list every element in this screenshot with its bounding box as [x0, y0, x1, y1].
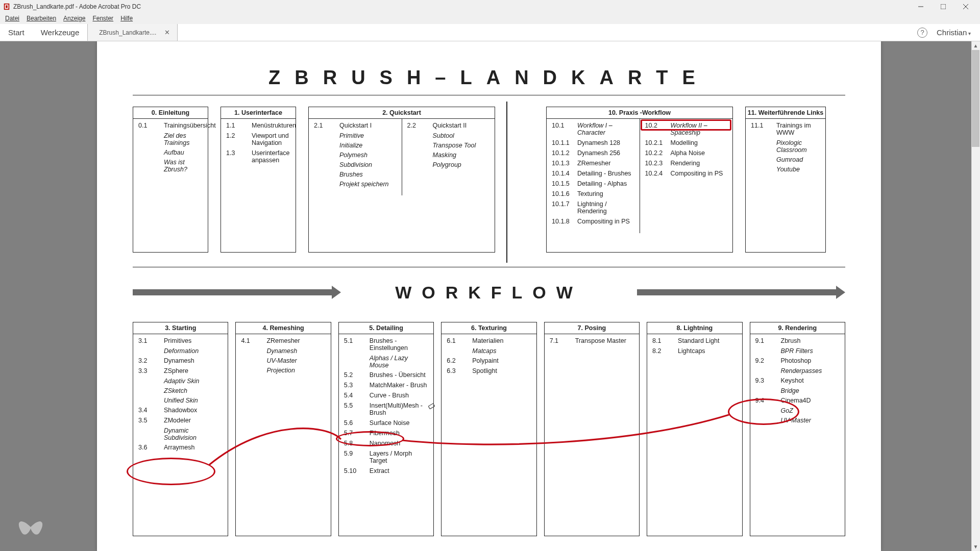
top-section: 0. Einleitung 0.1TrainingsübersichtZiel … — [133, 107, 845, 253]
document-tab[interactable]: ZBrush_Landkarte.... ✕ — [87, 24, 178, 41]
box-header: 3. Starting — [133, 322, 228, 334]
box-8-lightning: 8. Lightning8.1Standard Light8.2Lightcap… — [647, 322, 742, 536]
item-text: Workflow I – Character — [577, 122, 634, 136]
scroll-up-icon[interactable]: ▲ — [971, 41, 980, 50]
list-item: 10.1.2Dynamesh 256 — [552, 149, 634, 157]
menu-file[interactable]: Datei — [2, 14, 22, 23]
item-text: Cinema4D — [781, 397, 811, 404]
window-minimize-button[interactable] — [910, 1, 932, 13]
menu-view[interactable]: Anzeige — [60, 14, 88, 23]
item-number: 3.3 — [138, 367, 159, 374]
item-number: 10.2 — [645, 122, 666, 136]
list-subitem: Polygroup — [433, 161, 490, 168]
item-text: Workflow II – Spaceship — [671, 122, 728, 136]
item-text: Menüstrukturen — [252, 122, 296, 129]
list-item: 0.1Trainingsübersicht — [138, 122, 203, 129]
scroll-down-icon[interactable]: ▼ — [971, 542, 980, 551]
item-text: ZSphere — [164, 367, 188, 374]
list-subitem: Subtool — [433, 132, 490, 139]
box-7-posing: 7. Posing7.1Transpose Master — [544, 322, 640, 536]
item-text: Quickstart I — [339, 122, 372, 129]
user-menu[interactable]: Christian — [937, 28, 971, 37]
item-text: Insert(Multi)Mesh - Brush — [370, 402, 428, 416]
list-item: 2.2Quickstart II — [407, 122, 490, 129]
item-number: 7.1 — [550, 337, 570, 344]
window-close-button[interactable] — [954, 1, 977, 13]
list-item: 10.2.1Modelling — [645, 139, 728, 146]
arrow-left-icon — [133, 289, 332, 295]
item-number: 3.4 — [138, 407, 159, 414]
item-text: Spotlight — [472, 367, 497, 374]
vertical-scrollbar[interactable]: ▲ ▼ — [971, 41, 980, 551]
help-icon[interactable]: ? — [917, 28, 927, 38]
box-6-texturing: 6. Texturing6.1MaterialienMatcaps6.2Poly… — [441, 322, 536, 536]
item-number: 5.9 — [344, 450, 364, 464]
box-10-praxis-workflow: 10. Praxis -Workflow 10.1Workflow I – Ch… — [546, 107, 733, 253]
item-number: 9.4 — [755, 397, 776, 404]
item-number: 3.5 — [138, 417, 159, 424]
item-text: Zbrush — [781, 337, 801, 344]
item-text: Surface Noise — [370, 419, 410, 427]
menu-edit[interactable]: Bearbeiten — [23, 14, 59, 23]
toolbar: Start Werkzeuge ZBrush_Landkarte.... ✕ ?… — [0, 24, 980, 41]
list-subitem: Youtube — [776, 166, 820, 173]
arrow-right-icon — [637, 289, 836, 295]
item-number: 10.2.2 — [645, 149, 666, 157]
item-text: Dynamesh 256 — [577, 149, 620, 157]
list-subitem: GoZ — [781, 407, 840, 414]
list-subitem: Primitive — [339, 132, 397, 139]
list-item: 1.1Menüstrukturen — [226, 122, 290, 129]
list-subitem: Projekt speichern — [339, 181, 397, 188]
box-3-starting: 3. Starting3.1PrimitivesDeformation3.2Dy… — [133, 322, 228, 536]
item-text: Trainingsübersicht — [164, 122, 216, 129]
list-subitem: Bridge — [781, 387, 840, 394]
item-number: 5.5 — [344, 402, 364, 416]
tab-tools[interactable]: Werkzeuge — [33, 24, 88, 41]
box-header: 8. Lightning — [647, 322, 742, 334]
item-text: MatchMaker - Brush — [370, 382, 427, 389]
window-maximize-button[interactable] — [932, 1, 954, 13]
list-subitem: UV-Master — [781, 417, 840, 424]
menu-window[interactable]: Fenster — [89, 14, 116, 23]
item-text: Photoshop — [781, 357, 812, 364]
item-text: Keyshot — [781, 377, 804, 384]
list-subitem: BPR Filters — [781, 347, 840, 355]
item-number: 1.1 — [226, 122, 247, 129]
box-header: 2. Quickstart — [309, 107, 495, 119]
list-item: 9.1Zbrush — [755, 337, 840, 344]
item-number: 9.2 — [755, 357, 776, 364]
list-subitem: UV-Master — [266, 357, 325, 364]
box-header: 5. Detailing — [339, 322, 433, 334]
item-number: 5.10 — [344, 467, 364, 474]
scrollbar-thumb[interactable] — [972, 50, 979, 147]
item-number: 10.1.2 — [552, 149, 572, 157]
list-item: 10.2.3Rendering — [645, 160, 728, 167]
close-icon[interactable]: ✕ — [164, 29, 170, 36]
item-text: ZRemesher — [577, 160, 610, 167]
list-item: 8.2Lightcaps — [652, 347, 737, 355]
tab-start[interactable]: Start — [0, 24, 33, 41]
item-number: 9.1 — [755, 337, 776, 344]
item-number: 5.2 — [344, 371, 364, 379]
list-item: 10.2Workflow II – Spaceship — [645, 122, 728, 136]
list-subitem: ZSketch — [164, 387, 223, 394]
item-text: Trainings im WWW — [776, 122, 820, 136]
list-item: 9.3Keyshot — [755, 377, 840, 384]
box-11-weiterfuehrende-links: 11. Weiterführende Links 11.1Trainings i… — [745, 107, 826, 253]
item-number: 0.1 — [138, 122, 159, 129]
list-subitem: Matcaps — [472, 347, 531, 355]
item-number: 6.3 — [447, 367, 467, 374]
menu-help[interactable]: Hilfe — [117, 14, 136, 23]
list-item: 10.2.2Alpha Noise — [645, 149, 728, 157]
item-number: 9.3 — [755, 377, 776, 384]
item-text: Modelling — [671, 139, 698, 146]
list-item: 10.1.7Lightning / Rendering — [552, 201, 634, 215]
list-subitem: Initialize — [339, 142, 397, 149]
list-subitem: Projection — [266, 367, 325, 374]
document-viewport[interactable]: ZBRUSH–LANDKARTE 0. Einleitung 0.1Traini… — [0, 41, 980, 551]
box-0-einleitung: 0. Einleitung 0.1TrainingsübersichtZiel … — [133, 107, 208, 253]
item-number: 4.1 — [241, 337, 261, 344]
svg-rect-1 — [428, 404, 435, 409]
list-item: 5.5Insert(Multi)Mesh - Brush — [344, 402, 428, 416]
item-number: 5.8 — [344, 440, 364, 447]
